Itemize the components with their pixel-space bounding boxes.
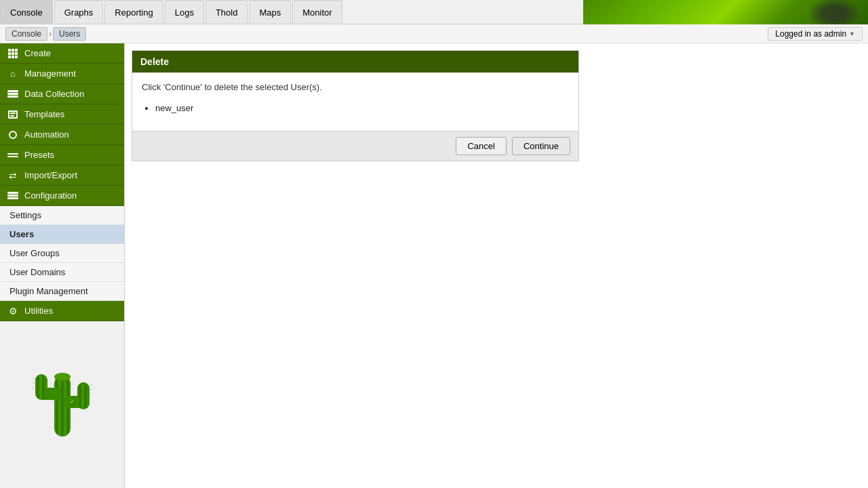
sidebar-section-configuration[interactable]: Configuration [0, 186, 124, 206]
main-layout: Create ⌂ Management Data Collection [0, 43, 868, 488]
cactus-svg [22, 335, 103, 443]
sidebar-section-presets[interactable]: Presets [0, 145, 124, 165]
svg-rect-7 [35, 374, 47, 400]
delete-panel: Delete Click 'Continue' to delete the se… [132, 50, 579, 161]
tab-logs[interactable]: Logs [165, 0, 204, 24]
sidebar-item-user-domains[interactable]: User Domains [0, 263, 124, 282]
layers-icon [7, 89, 19, 99]
svg-line-22 [52, 384, 54, 386]
svg-line-19 [90, 384, 92, 386]
presets-icon [7, 150, 19, 160]
sidebar-section-data-collection-label: Data Collection [24, 89, 84, 99]
config-lines-icon [7, 191, 19, 201]
logged-in-badge[interactable]: Logged in as admin [768, 27, 863, 41]
sidebar-section-management[interactable]: ⌂ Management [0, 64, 124, 84]
svg-line-20 [90, 389, 93, 390]
tab-console[interactable]: Console [0, 0, 53, 24]
tab-monitor[interactable]: Monitor [292, 0, 342, 24]
tab-thold[interactable]: Thold [205, 0, 248, 24]
content-area: Delete Click 'Continue' to delete the se… [125, 43, 868, 488]
sidebar-item-user-groups[interactable]: User Groups [0, 244, 124, 263]
breadcrumb-users[interactable]: Users [53, 27, 86, 41]
tab-reporting[interactable]: Reporting [104, 0, 163, 24]
logo-area [583, 0, 868, 24]
svg-line-21 [90, 394, 92, 394]
sidebar-item-plugin-management[interactable]: Plugin Management [0, 282, 124, 301]
sidebar-section-utilities[interactable]: ⚙ Utilities [0, 301, 124, 321]
nav-tabs: Console Graphs Reporting Logs Thold Maps… [0, 0, 344, 24]
sidebar-section-import-export-label: Import/Export [24, 170, 77, 180]
delete-user-item: new_user [155, 102, 569, 115]
sidebar-section-configuration-label: Configuration [24, 190, 77, 201]
svg-line-17 [32, 382, 35, 384]
sidebar-section-templates-label: Templates [24, 109, 64, 119]
sidebar-section-presets-label: Presets [24, 150, 54, 160]
delete-message: Click 'Continue' to delete the selected … [142, 82, 569, 92]
sidebar-section-automation[interactable]: Automation [0, 125, 124, 145]
sidebar-section-automation-label: Automation [24, 129, 69, 140]
svg-line-16 [33, 378, 35, 380]
cactus-logo [0, 328, 124, 450]
circle-icon [7, 130, 19, 140]
delete-footer: Cancel Continue [132, 131, 578, 161]
svg-rect-12 [77, 382, 90, 409]
top-navigation: Console Graphs Reporting Logs Thold Maps… [0, 0, 868, 24]
sidebar-section-management-label: Management [24, 68, 76, 79]
sidebar-item-settings[interactable]: Settings [0, 206, 124, 225]
grid-icon [7, 49, 19, 58]
sidebar-section-data-collection[interactable]: Data Collection [0, 84, 124, 104]
svg-line-26 [52, 418, 54, 420]
sidebar-section-utilities-label: Utilities [24, 306, 53, 316]
sidebar-section-create-label: Create [24, 48, 51, 58]
svg-point-28 [54, 373, 71, 381]
tab-graphs[interactable]: Graphs [54, 0, 104, 24]
sidebar-section-import-export[interactable]: ⇄ Import/Export [0, 165, 124, 186]
sidebar: Create ⌂ Management Data Collection [0, 43, 125, 488]
template-icon [7, 110, 19, 119]
gear-icon: ⚙ [7, 306, 19, 316]
delete-body: Click 'Continue' to delete the selected … [132, 73, 578, 131]
tab-maps[interactable]: Maps [249, 0, 291, 24]
sidebar-section-create[interactable]: Create [0, 43, 124, 64]
svg-line-18 [32, 387, 35, 388]
svg-line-23 [71, 384, 73, 386]
delete-users-list: new_user [155, 102, 569, 115]
cancel-button[interactable]: Cancel [456, 137, 506, 155]
svg-line-24 [52, 401, 54, 403]
continue-button[interactable]: Continue [512, 137, 570, 155]
sidebar-section-templates[interactable]: Templates [0, 104, 124, 125]
breadcrumb-bar: Console › Users Logged in as admin [0, 24, 868, 43]
breadcrumb-console[interactable]: Console [5, 27, 47, 41]
home-icon: ⌂ [7, 69, 19, 79]
sidebar-item-users[interactable]: Users [0, 225, 124, 244]
arrows-icon: ⇄ [7, 171, 19, 180]
breadcrumb-separator: › [49, 29, 52, 39]
svg-line-27 [71, 418, 73, 420]
delete-header: Delete [132, 51, 578, 73]
